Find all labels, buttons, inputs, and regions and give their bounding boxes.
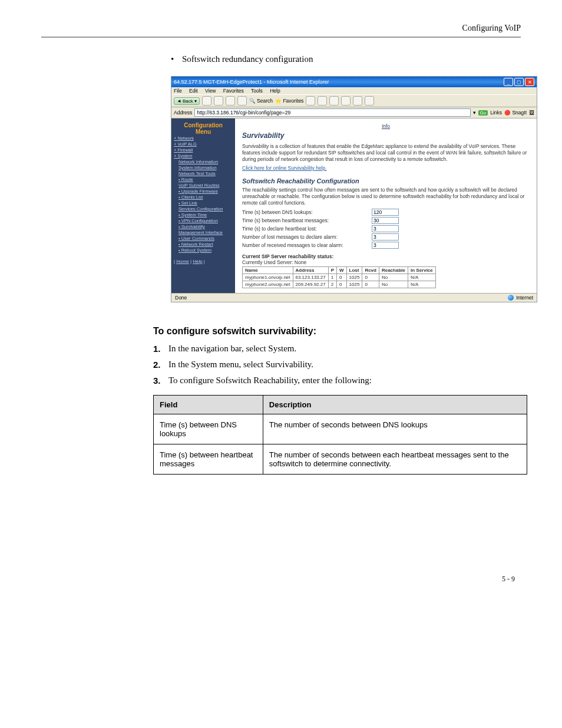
th-rcvd: Rcvd [362, 267, 379, 274]
bullet-text: Softswitch redundancy configuration [171, 54, 521, 64]
th-description: Description [263, 396, 527, 414]
step-text: To configure Sofswitch Reachability, ent… [168, 375, 372, 386]
address-dropdown-icon[interactable]: ▾ [473, 110, 476, 116]
go-button[interactable]: Go [478, 110, 488, 116]
sidebar-item-usercmd[interactable]: • User Commands [178, 236, 233, 241]
discuss-button[interactable] [353, 96, 362, 106]
step-text: In the System menu, select Survivability… [168, 360, 313, 370]
status-left: Done [175, 295, 187, 301]
sidebar-item-nettest[interactable]: Network Test Tools [178, 171, 233, 176]
stop-button[interactable] [214, 96, 223, 106]
heartbeat-lost-input[interactable] [372, 225, 399, 232]
sidebar-item-upgrade[interactable]: • Upgrade Firmware [178, 189, 233, 194]
step-number: 2. [153, 360, 168, 370]
menu-edit[interactable]: Edit [189, 88, 198, 94]
browser-menubar: File Edit View Favorites Tools Help [171, 87, 537, 94]
edit-button[interactable] [341, 96, 351, 106]
cell-field: Time (s) between heartbeat messages [154, 444, 263, 475]
sidebar-title: ConfigurationMenu [174, 122, 233, 135]
links-label: Links [490, 110, 502, 116]
table-row: Time (s) between DNS lookups The number … [154, 414, 527, 444]
extra-toolbar-icon[interactable]: 🖼 [529, 110, 534, 116]
sidebar-item-voipalg[interactable]: + VoIP ALG [174, 141, 233, 147]
history-button[interactable] [306, 96, 315, 106]
heartbeat-interval-input[interactable] [372, 217, 399, 224]
address-bar: Address ▾ Go Links 🔴 SnagIt 🖼 [171, 107, 537, 118]
step-number: 1. [153, 344, 168, 354]
research-button[interactable] [365, 96, 374, 106]
sidebar-item-vpncfg[interactable]: • VPN Configuration [178, 218, 233, 223]
browser-statusbar: Done Internet [171, 293, 537, 302]
sidebar-item-clients[interactable]: • Clients List [178, 195, 233, 200]
sidebar-item-netinfo[interactable]: Network Information [178, 159, 233, 164]
lost-alarm-label: Number of lost messages to declare alarm… [242, 234, 372, 240]
sidebar-item-route[interactable]: • Route [178, 177, 233, 182]
sip-server-table: Name Address P W Lost Rcvd Reachable In … [242, 266, 436, 288]
sidebar-item-systime[interactable]: • System Time [178, 212, 233, 218]
menu-view[interactable]: View [205, 88, 216, 94]
embedded-screenshot: 64.52.177.5 MGT-EMH-EdgeProtect1 - Micro… [171, 76, 537, 302]
th-inservice: In Service [408, 267, 435, 274]
status-right: Internet [516, 295, 533, 301]
content-pane: Info Survivability Survivability is a co… [235, 118, 537, 293]
sidebar-item-reboot[interactable]: • Reboot System [178, 248, 233, 253]
menu-tools[interactable]: Tools [251, 88, 263, 94]
mail-button[interactable] [318, 96, 327, 106]
table-row: myphone2.onvoip.net 209.249.92.27 2 0 10… [243, 281, 436, 288]
recv-clear-input[interactable] [372, 242, 399, 249]
sidebar-item-mgmtif[interactable]: Management Interface [178, 230, 233, 235]
online-help-link[interactable]: Click here for online Survivability help… [242, 165, 327, 171]
th-w: W [337, 267, 347, 274]
sidebar-item-network[interactable]: + Network [174, 136, 233, 141]
th-address: Address [293, 267, 328, 274]
fields-table: Field Description Time (s) between DNS l… [153, 395, 527, 475]
sip-status-title: Current SIP Server reachability status: [242, 253, 530, 259]
info-link[interactable]: Info [242, 123, 530, 129]
menu-file[interactable]: File [174, 88, 182, 94]
minimize-icon[interactable]: _ [504, 78, 513, 86]
sidebar-item-voipsubnet[interactable]: VoIP Subnet Routing [178, 183, 233, 188]
heartbeat-lost-label: Time (s) to declare heartbeat lost: [242, 226, 372, 232]
back-button[interactable]: ◄ Back ▾ [174, 97, 200, 105]
heartbeat-interval-label: Time (s) between heartbeat messages: [242, 218, 372, 223]
th-lost: Lost [346, 267, 362, 274]
menu-favorites[interactable]: Favorites [223, 88, 244, 94]
address-label: Address [174, 110, 192, 116]
snagit-button[interactable]: 🔴 SnagIt [504, 110, 527, 116]
address-input[interactable] [194, 108, 470, 117]
refresh-button[interactable] [226, 96, 235, 106]
table-row: myphone1.onvoip.net 63.123.133.27 1 0 10… [243, 274, 436, 281]
procedure-title: To configure sofswitch survivability: [153, 326, 521, 337]
print-button[interactable] [329, 96, 339, 106]
sidebar-item-netrestart[interactable]: • Network Restart [178, 242, 233, 247]
window-title: 64.52.177.5 MGT-EMH-EdgeProtect1 - Micro… [174, 79, 329, 85]
sidebar-item-firewall[interactable]: + Firewall [174, 147, 233, 153]
sidebar-item-servcfg[interactable]: Services Configuration [178, 206, 233, 212]
heading-survivability: Survivability [242, 131, 530, 140]
home-button[interactable] [237, 96, 247, 106]
maximize-icon[interactable]: ▢ [514, 78, 524, 86]
procedure-steps: 1.In the navigation bar, select System. … [153, 344, 521, 386]
browser-toolbar: ◄ Back ▾ 🔍 Search ⭐ Favorites [171, 94, 537, 107]
menu-help[interactable]: Help [270, 88, 280, 94]
sidebar-item-system[interactable]: + System [174, 153, 233, 159]
th-reachable: Reachable [379, 267, 408, 274]
lost-alarm-input[interactable] [372, 233, 399, 241]
sidebar-item-setlink[interactable]: • Set Link [178, 200, 233, 206]
th-name: Name [243, 267, 293, 274]
forward-button[interactable] [202, 96, 211, 106]
favorites-button[interactable]: ⭐ Favorites [275, 98, 303, 104]
dns-lookup-input[interactable] [372, 209, 399, 216]
heading-reachability: Softswitch Reachability Configuration [242, 177, 530, 185]
close-icon[interactable]: ✕ [525, 78, 534, 86]
page-header: Configuring VoIP [41, 24, 521, 38]
table-row: Time (s) between heartbeat messages The … [154, 444, 527, 475]
th-p: P [328, 267, 336, 274]
internet-zone-icon [508, 295, 514, 301]
sidebar-help-link[interactable]: Help [193, 259, 202, 264]
search-button[interactable]: 🔍 Search [249, 98, 273, 104]
cell-desc: The number of seconds between each heart… [263, 444, 527, 475]
sidebar-home-link[interactable]: Home [176, 259, 189, 264]
sidebar-item-survivability[interactable]: • Survivability [178, 224, 233, 229]
sidebar-item-sysinfo[interactable]: System Information [178, 165, 233, 170]
